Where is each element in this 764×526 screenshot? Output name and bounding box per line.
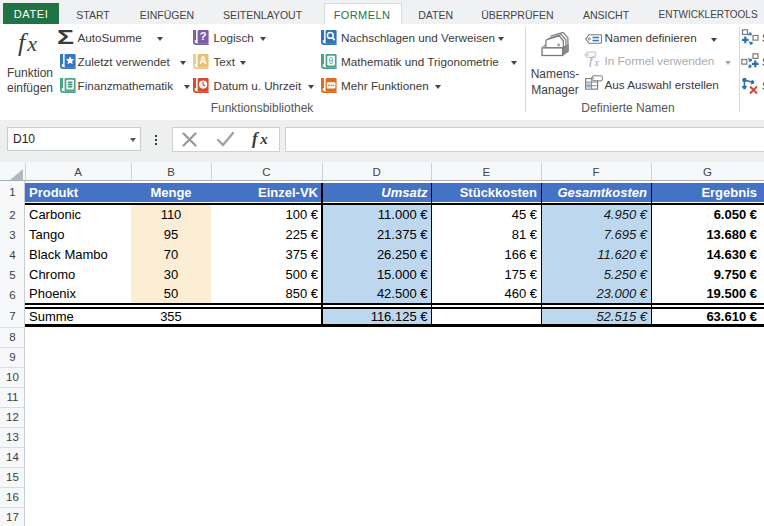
- svg-text:?: ?: [200, 30, 207, 42]
- svg-text:x: x: [594, 57, 600, 67]
- svg-text:A: A: [199, 55, 206, 66]
- svg-text:θ: θ: [329, 56, 334, 66]
